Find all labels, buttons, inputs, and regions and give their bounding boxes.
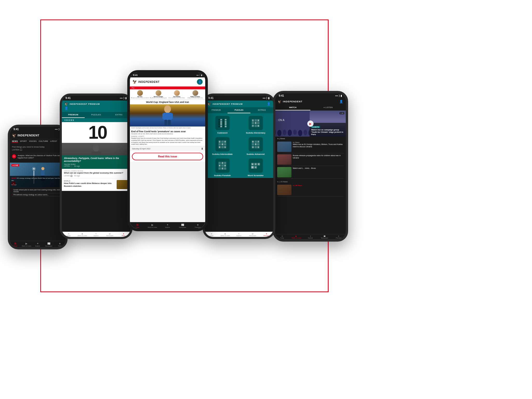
p5-user-icon[interactable]: 👤 [339,100,343,103]
sc8 [255,125,257,127]
p4-sudoku-adv-label: Sudoku Advanced [247,153,265,155]
p1-nav-culture[interactable]: CULTURE [39,140,48,143]
p3-nav-premium[interactable]: ★ Premium [190,223,205,228]
p2-watch-icon: ▶ [82,233,83,235]
p4-header: 🦅 INDEPENDENT PREMIUM 👤 [205,101,273,107]
p4-nav-prem[interactable]: ★ Premium [260,233,273,236]
p1-app-name: INDEPENDENT [18,134,39,137]
p1-person-head [41,167,44,170]
p4-puzzle-sudoku-elem[interactable]: 1 3 5 7 9 Sudoku Elementary [241,116,271,134]
p3-nav-today[interactable]: ⊞ Today [130,223,145,228]
sa6 [257,143,260,145]
p5-play-btn[interactable]: ▶ [307,121,314,127]
p1-nav-lifest[interactable]: LIFEST [50,140,57,143]
svg-point-21 [293,130,297,135]
p4-tab-extras[interactable]: EXTRAS [250,107,273,113]
p4-scr-l2: O [254,163,257,165]
p1-nav-newspaper[interactable]: 📰 Newspaper [43,242,54,247]
p3-nav-explore[interactable]: ✦ Explore [160,223,175,228]
p1-nav-watch[interactable]: ▶ Watch & Listen [21,242,32,247]
p2-nav-prem[interactable]: ★ Prem [117,233,130,236]
p4-watch-label: Watch & Listen [221,235,230,236]
p2-voices-section: VOICES [62,118,130,122]
p4-sudoku-elem-grid: 1 3 5 7 9 [252,119,260,127]
p5-news-title-3: Watch and L... minis... Bruss [293,167,344,169]
phone-2: 9:41 ▪▪▪ ⟩ ▮ 🦅 INDEPENDENT PREMIUM 👤 PRE… [60,94,132,239]
p2-user-icon[interactable]: 👤 [64,107,68,110]
p2-world-headline: How Putin's war could drive Belarus deep… [64,182,115,188]
p1-nav-explore[interactable]: ✦ Explore [32,242,43,247]
p4-puzzle-codeword[interactable]: Codeword [207,116,237,134]
si6 [224,143,226,145]
p5-tab-watch[interactable]: WATCH [275,105,310,110]
p2-nav-watch[interactable]: ▶ Watch & Listen [76,233,89,236]
sf4: 6 [218,164,221,167]
p5-nav-watch[interactable]: ▶ Watch & Listen [289,235,303,239]
p5-news-row-1[interactable]: tv | News Watch live as EU foreign minis… [277,141,344,153]
p2-logo: 🦅 INDEPENDENT PREMIUM [64,102,128,106]
p5-nav-explore[interactable]: ✦ Explore [303,235,317,239]
p1-nav: NEWS SPORT VOICES CULTURE LIFEST [10,139,65,144]
p5-tab-listen[interactable]: ● LISTEN [310,105,346,110]
svg-rect-11 [168,120,171,125]
p5-news-text-2: Russia releases propaganda video for chi… [293,154,344,159]
p5-news-thumb-2 [277,154,291,165]
p2-tab-extra[interactable]: EXTRA [108,112,130,118]
p5-watch-label: Watch & Listen [291,237,301,239]
p5-nav-today[interactable]: ⊞ Today [275,235,289,239]
p3-today-icon: ⊞ [136,223,138,226]
p1-nav-voices[interactable]: VOICES [29,140,37,143]
p1-today-label: Today [14,245,17,247]
p3-download-icon[interactable]: ⬇ [201,147,203,150]
p5-news-row-2[interactable]: Russia releases propaganda video for chi… [277,153,344,166]
sf8: 2 [221,167,224,170]
p2-time2: 6m ago [74,175,80,177]
p2-tab-puzzles[interactable]: PUZZLES [85,112,108,118]
p4-puzzle-sudoku-fiend[interactable]: 4 6 8 2 Sudoku Fiendish [207,158,237,177]
p3-nav-watch[interactable]: ▶ Watch & Listen [145,223,160,228]
p4-tab-premium[interactable]: PREMIUM [205,107,228,113]
p4-scr-l1: W [251,163,254,165]
p1-nav-sport[interactable]: SPORT [20,140,27,143]
p4-nav-watch[interactable]: ▶ Watch & Listen [218,233,232,236]
p5-us-news-row[interactable]: tv | US News [277,184,344,196]
p2-nav-newspaper[interactable]: 📰 Newspaper [103,233,117,236]
p2-nav-explore[interactable]: ✦ Explore [89,233,103,236]
p3-nav-newspaper[interactable]: 📰 Newspaper [175,223,190,228]
p2-nav-today[interactable]: ⊞ Today [62,233,76,236]
p3-read-btn[interactable]: Read this issue [132,153,203,160]
p5-us-tv-tag: tv | US News [293,185,344,186]
si1: 2 [218,141,221,143]
p3-avatar[interactable]: 👤 [197,79,203,85]
p4-nav-explore[interactable]: ✦ Explore [232,233,246,236]
p5-nav-premium[interactable]: ★ Premium [332,235,346,239]
p4-puzzle-sudoku-int[interactable]: 2 4 6 8 1 Sudoku Intermediate [207,137,237,155]
p4-status-bar: 9:41 ▪▪▪ ⟩ ▮ [205,96,273,101]
p5-news-row-3[interactable]: Watch and L... minis... Bruss [277,166,344,179]
p4-nav-newspaper[interactable]: 📰 Newspaper [246,233,260,236]
p4-user-icon[interactable]: 👤 [267,102,271,106]
p5-battery-icon: ▮ [341,94,342,97]
p5-nav-newspaper[interactable]: 📰 Newspaper [317,235,331,239]
p1-nav-news[interactable]: NEWS [12,140,18,143]
p4-sudoku-elem-label: Sudoku Elementary [246,132,265,134]
p1-nav-today[interactable]: ⊞ Today [10,242,21,247]
p4-prem-label: Premium [264,235,269,236]
p4-sudoku-adv-icon: 9 7 5 3 1 [249,137,263,151]
p3-columnist-2: Barrons Daraghi Why Belarus is now at br… [149,90,167,99]
p4-tab-puzzles[interactable]: PUZZLES [228,107,250,113]
sc6 [257,122,260,124]
p4-nav-today[interactable]: ⊞ Today [205,233,218,236]
p5-thumb-bg-3 [277,167,291,177]
p2-status-icons: ▪▪▪ ⟩ ▮ [120,97,127,99]
p2-tab-premium[interactable]: PREMIUM [62,112,85,118]
p2-eagle-icon: 🦅 [64,102,69,106]
p1-nav-prem[interactable]: ★ Prem [54,242,65,247]
p4-puzzle-word-scrambler[interactable]: W O R D S Word Scrambler [241,158,271,177]
p3-eagle-icon: 🦅 [132,80,137,84]
p5-climate-tag: CLIMATE [311,126,320,128]
p1-analysis-text: Analysis: What are the chances of Vladim… [18,154,63,159]
p2-premium-text: INDEPENDENT PREMIUM [70,103,100,105]
p3-article-headline: End of free Covid tests 'premature' as c… [130,129,205,133]
p4-puzzle-sudoku-adv[interactable]: 9 7 5 3 1 Sudoku Advanced [241,137,271,155]
